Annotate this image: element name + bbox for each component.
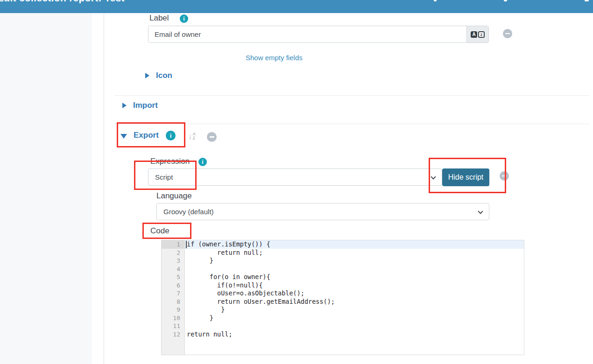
content-divider bbox=[104, 13, 104, 364]
minus-icon bbox=[210, 136, 214, 138]
sort-letters: AZ bbox=[193, 132, 196, 140]
editor-code-line[interactable]: return null; bbox=[185, 249, 524, 257]
editor-line-number: 10 bbox=[162, 314, 184, 322]
code-editor[interactable]: 123456789101112 if (owner.isEmpty()) { r… bbox=[161, 240, 524, 355]
editor-line-number: 9 bbox=[162, 306, 184, 314]
editor-code-line[interactable]: oUser=o.asObjectable(); bbox=[185, 289, 524, 298]
language-label: Language bbox=[156, 191, 192, 201]
minus-icon bbox=[505, 33, 510, 35]
chevron-down-icon bbox=[431, 174, 436, 179]
page-title: Edit collection report: Test bbox=[0, 0, 125, 4]
editor-line-number: 3 bbox=[162, 257, 184, 265]
app-window: Edit collection report: Test Label i Az … bbox=[0, 0, 593, 364]
label-input-group: Az bbox=[148, 26, 489, 43]
editor-line-number: 7 bbox=[162, 289, 184, 298]
editor-line-number: 12 bbox=[162, 330, 184, 339]
label-info-icon[interactable]: i bbox=[180, 14, 188, 23]
editor-code-line[interactable] bbox=[185, 322, 524, 330]
editor-code-line[interactable]: } bbox=[185, 314, 524, 322]
editor-code-line[interactable]: return oUser.getEmailAddress(); bbox=[185, 298, 524, 306]
export-info-icon[interactable]: i bbox=[166, 131, 176, 140]
section-import-label: Import bbox=[133, 101, 158, 110]
header-icon-2[interactable] bbox=[504, 0, 507, 1]
editor-code[interactable]: if (owner.isEmpty()) { return null; } fo… bbox=[185, 240, 524, 355]
section-export-label: Export bbox=[134, 131, 159, 140]
editor-line-number: 1 bbox=[162, 240, 184, 249]
code-label: Code bbox=[150, 226, 169, 236]
section-separator bbox=[114, 124, 589, 124]
expression-info-icon[interactable]: i bbox=[198, 158, 207, 166]
sort-alpha-icon[interactable]: ↓ AZ bbox=[188, 132, 196, 140]
expression-label: Expression bbox=[150, 157, 190, 166]
editor-code-line[interactable]: if (owner.isEmpty()) { bbox=[185, 240, 524, 249]
editor-line-number: 4 bbox=[162, 265, 184, 273]
remove-expression-button[interactable] bbox=[500, 171, 509, 181]
section-import[interactable]: Import bbox=[122, 101, 158, 110]
language-value: Groovy (default) bbox=[163, 208, 214, 216]
editor-code-line[interactable]: for(o in owner){ bbox=[185, 273, 524, 281]
header-icon-1[interactable] bbox=[434, 0, 437, 1]
hide-script-button[interactable]: Hide script bbox=[442, 168, 489, 186]
editor-code-line[interactable]: if(o!=null){ bbox=[185, 281, 524, 290]
editor-line-number: 2 bbox=[162, 249, 184, 257]
arrow-down-icon: ↓ bbox=[188, 133, 192, 140]
label-field-label: Label bbox=[149, 14, 169, 23]
language-translate-icon: Az bbox=[471, 31, 485, 38]
editor-line-number: 11 bbox=[162, 322, 184, 330]
section-separator bbox=[114, 95, 589, 96]
top-bar: Edit collection report: Test bbox=[0, 0, 593, 13]
editor-gutter: 123456789101112 bbox=[162, 240, 185, 355]
sidebar bbox=[0, 13, 92, 364]
caret-down-icon bbox=[120, 134, 127, 139]
expression-type-select[interactable]: Script bbox=[148, 168, 442, 186]
caret-right-icon bbox=[122, 103, 127, 108]
header-icon-3[interactable] bbox=[585, 0, 589, 1]
section-export[interactable]: Export bbox=[120, 131, 159, 140]
translate-button[interactable]: Az bbox=[466, 26, 488, 42]
chevron-down-icon bbox=[478, 209, 483, 214]
expression-type-value: Script bbox=[155, 173, 173, 181]
show-empty-fields-link[interactable]: Show empty fields bbox=[246, 54, 303, 62]
editor-code-line[interactable]: } bbox=[185, 306, 524, 314]
editor-line-number: 8 bbox=[162, 298, 184, 306]
minus-icon bbox=[502, 175, 507, 177]
caret-right-icon bbox=[145, 73, 149, 78]
editor-code-line[interactable] bbox=[185, 265, 524, 273]
text-cursor bbox=[186, 241, 187, 248]
label-input[interactable] bbox=[148, 26, 466, 42]
language-select[interactable]: Groovy (default) bbox=[156, 203, 489, 220]
remove-export-button[interactable] bbox=[207, 132, 217, 142]
editor-code-line[interactable]: } bbox=[185, 257, 524, 265]
editor-code-line[interactable]: return null; bbox=[185, 330, 524, 339]
editor-line-number: 6 bbox=[162, 281, 184, 290]
editor-line-number: 5 bbox=[162, 273, 184, 281]
section-icon-label: Icon bbox=[156, 71, 172, 80]
section-icon[interactable]: Icon bbox=[145, 71, 172, 80]
remove-label-button[interactable] bbox=[503, 29, 512, 38]
